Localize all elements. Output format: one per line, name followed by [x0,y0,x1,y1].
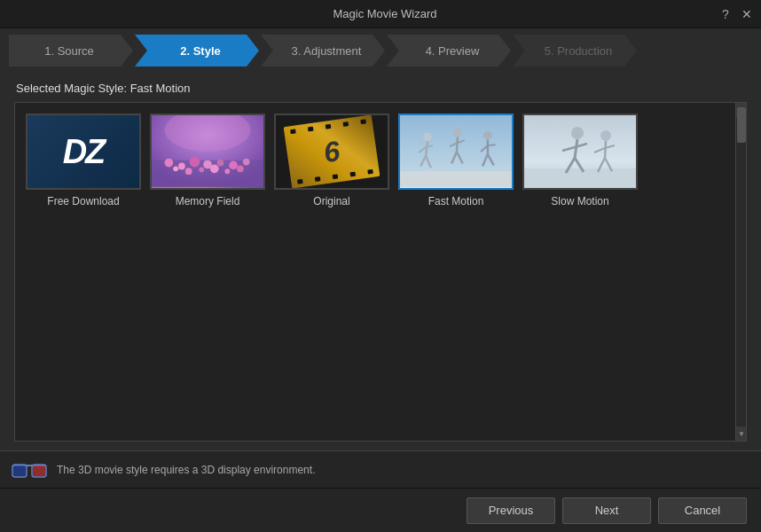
info-bar: The 3D movie style requires a 3D display… [0,450,761,488]
help-button[interactable]: ? [718,7,733,21]
title-bar-controls: ? ✕ [718,7,754,21]
svg-point-11 [185,168,192,175]
film-hole [315,176,321,182]
svg-point-7 [217,160,224,167]
title-bar: Magic Movie Wizard ? ✕ [0,0,761,28]
svg-point-4 [178,163,185,170]
film-strip: 6 [284,115,380,188]
window-title: Magic Movie Wizard [51,7,718,20]
previous-button[interactable]: Previous [467,497,555,524]
svg-point-3 [165,159,174,168]
film-number: 6 [322,134,342,168]
svg-line-25 [457,137,458,151]
film-hole [360,119,366,124]
thumb-memory-field-bg [152,115,263,188]
selected-style-bar: Selected Magic Style: Fast Motion [14,82,747,95]
svg-point-8 [229,161,238,170]
scrollbar-thumb[interactable] [737,107,746,143]
svg-line-45 [605,141,606,158]
svg-point-44 [600,130,611,141]
style-label-free-download: Free Download [47,195,119,207]
step-preview[interactable]: 4. Preview [387,35,511,66]
style-item-fast-motion[interactable]: Fast Motion [398,113,514,430]
style-item-memory-field[interactable]: Memory Field [150,113,265,430]
style-item-slow-motion[interactable]: Slow Motion [522,113,638,430]
next-button[interactable]: Next [562,497,651,524]
style-label-slow-motion: Slow Motion [551,195,608,207]
steps-bar: 1. Source 2. Style 3. Adjustment 4. Prev… [0,28,761,73]
film-hole [297,179,303,184]
styles-panel: DZ Free Download [14,102,747,442]
svg-point-9 [243,159,250,166]
styles-scroll-area[interactable]: DZ Free Download [15,103,746,441]
film-hole [333,174,339,179]
svg-rect-52 [13,466,26,476]
style-label-fast-motion: Fast Motion [428,195,484,207]
step-adjustment[interactable]: 3. Adjustment [261,35,385,66]
film-hole [308,127,314,132]
style-thumb-memory-field [150,113,265,190]
memory-field-svg [152,113,263,188]
film-hole [326,124,332,129]
dz-logo: DZ [63,133,105,171]
footer: Previous Next Cancel [0,488,761,532]
step-production: 5. Production [513,35,637,66]
film-holes-top [284,118,373,135]
svg-point-24 [453,129,462,137]
svg-point-12 [199,167,204,172]
scrollbar[interactable]: ▲ ▼ [735,103,746,441]
slow-motion-svg [524,115,636,188]
cancel-button[interactable]: Cancel [658,497,747,524]
style-thumb-slow-motion [522,113,638,190]
film-hole [367,169,373,175]
thumb-fast-motion-bg [400,115,512,188]
thumb-slow-motion-bg [524,115,636,188]
style-item-original[interactable]: 6 Original [274,113,389,430]
svg-point-14 [224,168,230,174]
film-holes-bottom [291,168,380,185]
style-label-original: Original [313,195,349,207]
main-area: Selected Magic Style: Fast Motion DZ Fre… [0,73,761,450]
style-thumb-fast-motion [398,113,514,190]
svg-rect-17 [400,171,512,186]
style-thumb-original: 6 [274,113,389,190]
scrollbar-arrow-down[interactable]: ▼ [736,426,747,441]
step-source[interactable]: 1. Source [9,35,133,66]
svg-line-33 [488,145,496,145]
film-hole [290,129,296,134]
thumb-free-download-bg: DZ [27,115,139,188]
style-label-memory-field: Memory Field [176,195,240,207]
style-thumb-free-download: DZ [26,113,141,190]
svg-point-38 [571,127,584,139]
svg-point-18 [423,133,432,142]
fast-motion-svg [400,115,512,188]
svg-point-15 [237,165,244,172]
3d-icon [11,456,48,484]
close-button[interactable]: ✕ [740,7,754,21]
film-hole [349,172,356,177]
svg-point-13 [210,164,219,173]
step-style[interactable]: 2. Style [135,35,259,66]
svg-point-30 [483,131,492,140]
svg-rect-54 [33,466,45,476]
svg-point-10 [173,166,178,171]
info-text: The 3D movie style requires a 3D display… [57,464,315,476]
style-item-free-download[interactable]: DZ Free Download [26,113,141,430]
svg-rect-37 [524,168,636,188]
3d-glasses-icon [11,458,48,482]
film-hole [343,121,349,127]
thumb-original-bg: 6 [276,115,388,188]
svg-point-5 [190,157,200,168]
